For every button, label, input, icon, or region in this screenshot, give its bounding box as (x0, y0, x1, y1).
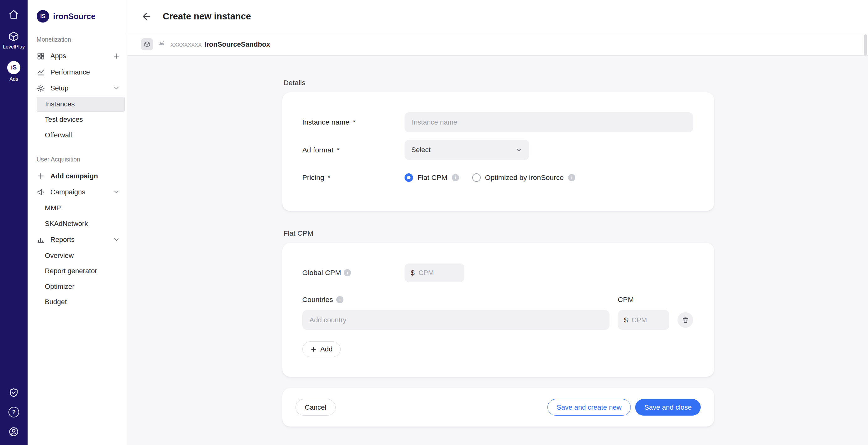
sidebar-item-label: Add campaign (51, 172, 98, 180)
back-button[interactable] (141, 11, 152, 22)
label-text: Pricing (302, 173, 324, 182)
save-and-close-button[interactable]: Save and close (635, 399, 701, 416)
sidebar-item-offerwall[interactable]: Offerwall (37, 128, 125, 143)
megaphone-icon (37, 188, 45, 196)
sidebar-item-label: Apps (51, 52, 66, 60)
ad-format-select[interactable]: Select (405, 140, 529, 160)
delete-country-row-button[interactable] (678, 312, 693, 328)
sidebar-item-overview[interactable]: Overview (37, 248, 125, 263)
save-and-create-new-button[interactable]: Save and create new (548, 399, 631, 416)
sidebar: iS ironSource Monetization Apps Performa… (28, 0, 127, 445)
ad-format-selected-value: Select (411, 146, 431, 154)
sidebar-subitem-label: Offerwall (45, 131, 72, 139)
global-cpm-input[interactable] (418, 269, 458, 277)
rail-item-home[interactable] (8, 9, 19, 20)
ads-is-badge-icon: iS (7, 61, 20, 74)
main-area: Create new instance xxxxxxxxx IronSource… (127, 0, 868, 445)
content-scroll-area[interactable]: Details Instance name* Ad format* (127, 56, 868, 445)
sidebar-item-reports[interactable]: Reports (28, 232, 127, 247)
rail-bottom: ? (8, 387, 20, 438)
info-icon[interactable]: i (336, 296, 343, 303)
currency-symbol: $ (624, 316, 628, 324)
sidebar-subitem-label: Test devices (45, 115, 83, 124)
app-cube-icon[interactable] (141, 38, 153, 50)
sidebar-item-label: Reports (51, 236, 74, 244)
gear-icon (37, 84, 45, 92)
bar-chart-icon (37, 235, 45, 243)
info-icon[interactable]: i (568, 174, 575, 181)
label-text: Ad format (302, 146, 334, 154)
global-cpm-row: Global CPM i $ (302, 264, 693, 282)
ad-format-label: Ad format* (302, 146, 405, 154)
sidebar-item-report-generator[interactable]: Report generator (37, 264, 125, 279)
info-icon[interactable]: i (344, 269, 351, 276)
scrollbar-thumb[interactable] (864, 34, 867, 56)
radio-checked-icon[interactable] (405, 173, 413, 181)
cancel-button[interactable]: Cancel (296, 399, 335, 416)
rail-item-privacy[interactable] (8, 387, 20, 398)
sidebar-item-apps[interactable]: Apps (28, 48, 127, 64)
global-cpm-label: Global CPM i (302, 269, 405, 277)
section-label-monetization: Monetization (37, 36, 118, 43)
brand-logo[interactable]: iS ironSource (28, 10, 127, 23)
add-country-input[interactable] (302, 310, 610, 330)
pricing-flat-cpm-option[interactable]: Flat CPM i (405, 173, 459, 182)
sidebar-item-skadnetwork[interactable]: SKAdNetwork (37, 216, 125, 231)
rail-item-account[interactable] (8, 426, 20, 437)
pricing-optimized-option[interactable]: Optimized by ironSource i (472, 173, 575, 182)
app-context-bar: xxxxxxxxx IronSourceSandbox (127, 33, 868, 56)
rail-top: LevelPlay iS Ads (3, 9, 25, 82)
footer-actions-card: Cancel Save and create new Save and clos… (282, 388, 714, 427)
radio-label: Flat CPM (417, 173, 447, 182)
rail-item-ads[interactable]: iS Ads (7, 61, 20, 82)
rail-ads-label: Ads (9, 76, 18, 82)
global-cpm-input-group[interactable]: $ (405, 264, 464, 282)
app-id: xxxxxxxxx (170, 40, 202, 48)
sidebar-item-performance[interactable]: Performance (28, 64, 127, 80)
help-question-icon: ? (8, 407, 19, 417)
sidebar-subitem-label: Instances (45, 100, 75, 108)
app-root: LevelPlay iS Ads ? (0, 0, 868, 445)
instance-name-input[interactable] (405, 112, 693, 132)
page-title: Create new instance (163, 11, 251, 22)
chevron-down-icon (113, 236, 120, 243)
add-country-row-button[interactable]: Add (302, 341, 341, 357)
sidebar-item-budget[interactable]: Budget (37, 295, 125, 309)
flat-cpm-section-title: Flat CPM (283, 211, 714, 238)
sidebar-item-optimizer[interactable]: Optimizer (37, 279, 125, 294)
sidebar-item-instances[interactable]: Instances (37, 97, 125, 112)
details-section-title: Details (283, 56, 714, 87)
rail-item-help[interactable]: ? (8, 407, 19, 417)
sidebar-item-mmp[interactable]: MMP (37, 201, 125, 216)
apps-grid-icon (37, 52, 45, 60)
sidebar-item-test-devices[interactable]: Test devices (37, 112, 125, 127)
rail-item-levelplay[interactable]: LevelPlay (3, 31, 25, 50)
radio-unchecked-icon[interactable] (472, 173, 480, 181)
android-icon (158, 40, 166, 48)
sidebar-subitem-label: MMP (45, 204, 61, 212)
pricing-row: Pricing* Flat CPM i Optimized by ironSou… (302, 164, 693, 191)
trash-icon (682, 316, 689, 323)
sidebar-subitem-label: Report generator (45, 267, 97, 275)
country-cpm-input-group[interactable]: $ (618, 310, 669, 330)
home-icon (8, 9, 19, 20)
country-cpm-input[interactable] (632, 316, 663, 324)
add-button-label: Add (320, 345, 333, 353)
ad-format-row: Ad format* Select (302, 136, 693, 164)
sidebar-subitem-label: SKAdNetwork (45, 220, 88, 228)
countries-column-header: Countries i (302, 296, 610, 304)
sidebar-item-add-campaign[interactable]: Add campaign (28, 168, 127, 184)
chevron-down-icon (113, 84, 120, 92)
pricing-radio-group: Flat CPM i Optimized by ironSource i (405, 173, 575, 182)
content-column: Details Instance name* Ad format* (282, 56, 714, 426)
add-app-plus-icon[interactable] (113, 52, 120, 60)
sidebar-item-label: Setup (51, 84, 69, 92)
sidebar-item-setup[interactable]: Setup (28, 80, 127, 96)
countries-grid: Countries i CPM $ (302, 296, 693, 330)
info-icon[interactable]: i (452, 174, 459, 181)
user-account-icon (8, 426, 20, 437)
chevron-down-icon (113, 188, 120, 196)
sidebar-item-campaigns[interactable]: Campaigns (28, 184, 127, 200)
cpm-column-header: CPM (618, 296, 669, 304)
flat-cpm-card: Global CPM i $ Countries i CP (282, 243, 714, 377)
